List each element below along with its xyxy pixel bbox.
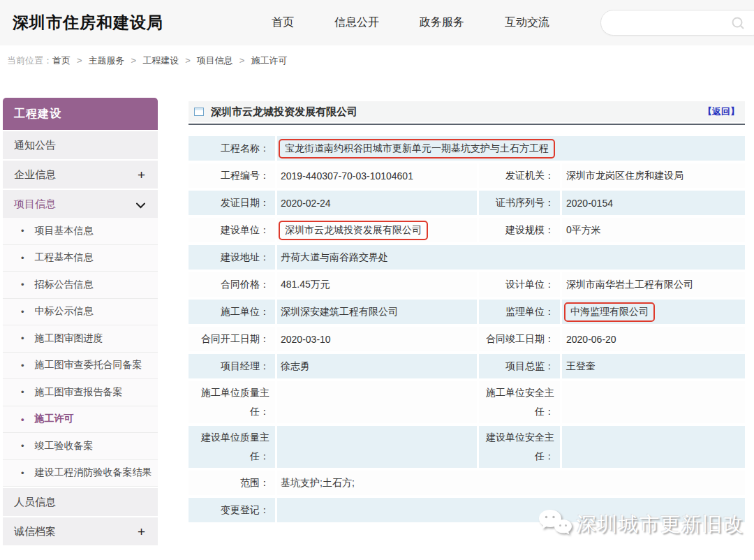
field-value: 2020-03-10: [277, 327, 477, 351]
sidebar-item-personnel-info[interactable]: 人员信息: [3, 488, 158, 516]
breadcrumb-home[interactable]: 首页: [52, 55, 71, 66]
field-label: 范围：: [188, 471, 275, 495]
field-value: 0平方米: [562, 218, 745, 242]
field-value: 481.45万元: [277, 272, 477, 297]
field-label: 施工单位安全主任：: [479, 381, 560, 423]
table-row-issue-date: 发证日期： 2020-02-24 证书序列号： 2020-0154: [188, 191, 745, 215]
highlight-box: 深圳市云龙城投资发展有限公司: [279, 221, 428, 240]
sidebar-subitem-review-contract-filing[interactable]: •施工图审查委托合同备案: [3, 353, 158, 380]
field-value: 2020-0154: [562, 191, 745, 215]
table-row-owner-quality-director: 建设单位质量主任： 建设单位安全主任：: [188, 426, 745, 468]
table-row-project-name: 工程名称： 宝龙街道南约积谷田城市更新单元一期基坑支护与土石方工程: [188, 136, 745, 161]
field-value: [277, 498, 745, 522]
breadcrumb-construction[interactable]: 工程建设: [142, 55, 179, 66]
breadcrumb-construction-permit[interactable]: 施工许可: [251, 55, 287, 66]
main-titlebar: 深圳市云龙城投资发展有限公司 【返回】: [188, 101, 745, 122]
table-row-address: 建设地址： 丹荷大道与南谷路交界处: [188, 245, 745, 270]
breadcrumb-prefix: 当前位置：: [7, 55, 52, 66]
field-label: 项目总监：: [479, 354, 560, 378]
back-button[interactable]: 【返回】: [703, 105, 739, 118]
field-value: 基坑支护;土石方;: [277, 471, 745, 495]
table-row-construction-unit: 建设单位： 深圳市云龙城投资发展有限公司 建设规模： 0平方米: [188, 218, 745, 242]
sidebar-item-integrity-archive[interactable]: 诚信档案 +: [3, 517, 158, 545]
field-value: 中海监理有限公司: [562, 300, 745, 324]
site-logo: 深圳市住房和建设局: [13, 12, 163, 34]
sidebar-subitem-completion-acceptance-filing[interactable]: •竣工验收备案: [3, 433, 158, 460]
table-row-contract-price: 合同价格： 481.45万元 设计单位： 深圳市南华岩土工程有限公司: [188, 272, 745, 297]
field-label: 建设单位：: [188, 218, 275, 242]
field-label: 发证机关：: [479, 163, 560, 188]
field-value: 丹荷大道与南谷路交界处: [277, 245, 745, 270]
sidebar-item-enterprise-info[interactable]: 企业信息 +: [3, 161, 158, 189]
table-row-construction-contractor: 施工单位： 深圳深安建筑工程有限公司 监理单位： 中海监理有限公司: [188, 300, 745, 324]
sidebar-subitem-project-basic-info[interactable]: •项目基本信息: [3, 218, 158, 245]
search-input[interactable]: [612, 10, 731, 34]
field-label: 合同价格：: [188, 272, 275, 297]
sidebar: 工程建设 通知公告 企业信息 + 项目信息 •项目基本信息 •工程基本信息 •招…: [3, 98, 158, 545]
breadcrumb-theme-services[interactable]: 主题服务: [89, 55, 125, 66]
field-label: 建设单位质量主任：: [188, 426, 275, 468]
field-value: 宝龙街道南约积谷田城市更新单元一期基坑支护与土石方工程: [277, 136, 745, 161]
title-divider: [188, 124, 745, 125]
field-value: 2020-02-24: [277, 191, 477, 215]
field-value: [562, 426, 745, 468]
field-label: 变更登记：: [188, 498, 275, 522]
field-label: 工程名称：: [188, 136, 275, 161]
field-value: 2019-440307-70-03-10104601: [277, 163, 477, 188]
site-header: 深圳市住房和建设局 首页 信息公开 政务服务 互动交流: [0, 0, 754, 45]
field-value: 王登奎: [562, 354, 745, 378]
document-icon: [194, 108, 204, 116]
field-label: 施工单位质量主任：: [188, 381, 275, 423]
field-label: 证书序列号：: [479, 191, 560, 215]
sidebar-subitem-tender-announcement[interactable]: •招标公告信息: [3, 272, 158, 299]
field-value: 徐志勇: [277, 354, 477, 378]
highlight-box: 中海监理有限公司: [564, 302, 655, 322]
field-value: 深圳深安建筑工程有限公司: [277, 300, 477, 324]
field-label: 设计单位：: [479, 272, 560, 297]
sidebar-subitem-construction-permit[interactable]: •施工许可: [3, 406, 158, 434]
field-value: 深圳市龙岗区住房和建设局: [562, 163, 745, 188]
table-row-contract-dates: 合同开工日期： 2020-03-10 合同竣工日期： 2020-06-20: [188, 327, 745, 351]
plus-icon[interactable]: +: [138, 168, 145, 182]
table-row-change-registration: 变更登记：: [188, 498, 745, 522]
sidebar-item-project-info[interactable]: 项目信息: [3, 190, 158, 218]
company-title: 深圳市云龙城投资发展有限公司: [211, 105, 357, 119]
field-label: 建设规模：: [479, 218, 560, 242]
nav-home[interactable]: 首页: [272, 15, 294, 30]
nav-interaction[interactable]: 互动交流: [505, 15, 549, 30]
highlight-box: 宝龙街道南约积谷田城市更新单元一期基坑支护与土石方工程: [279, 139, 555, 159]
top-nav: 首页 信息公开 政务服务 互动交流: [272, 15, 549, 30]
breadcrumb: 当前位置：首页>主题服务>工程建设>项目信息>施工许可: [7, 54, 287, 67]
field-label: 施工单位：: [188, 300, 275, 324]
field-label: 建设地址：: [188, 245, 275, 270]
chevron-down-icon[interactable]: [136, 198, 145, 211]
field-value: 深圳市云龙城投资发展有限公司: [277, 218, 477, 242]
nav-info-disclosure[interactable]: 信息公开: [334, 15, 379, 30]
sidebar-subitem-review-report-filing[interactable]: •施工图审查报告备案: [3, 379, 158, 406]
table-row-quality-director: 施工单位质量主任： 施工单位安全主任：: [188, 381, 745, 423]
field-value: [277, 381, 477, 423]
search-box[interactable]: [600, 10, 754, 36]
sidebar-subitem-fire-acceptance-result[interactable]: •建设工程消防验收备案结果: [3, 460, 158, 487]
sidebar-submenu-project-info: •项目基本信息 •工程基本信息 •招标公告信息 •中标公示信息 •施工图审图进度…: [3, 218, 158, 487]
field-label: 发证日期：: [188, 191, 275, 215]
field-value: [277, 426, 477, 468]
sidebar-item-notices[interactable]: 通知公告: [3, 131, 158, 159]
table-row-project-number: 工程编号： 2019-440307-70-03-10104601 发证机关： 深…: [188, 163, 745, 188]
field-label: 合同开工日期：: [188, 327, 275, 351]
breadcrumb-project-info[interactable]: 项目信息: [197, 55, 233, 66]
field-label: 项目经理：: [188, 354, 275, 378]
sidebar-header-construction: 工程建设: [3, 98, 158, 130]
field-value: 深圳市南华岩土工程有限公司: [562, 272, 745, 297]
sidebar-subitem-engineering-basic-info[interactable]: •工程基本信息: [3, 245, 158, 272]
search-icon[interactable]: [731, 16, 745, 33]
sidebar-subitem-bid-winning-publicity[interactable]: •中标公示信息: [3, 299, 158, 326]
plus-icon[interactable]: +: [138, 525, 145, 538]
field-label: 合同竣工日期：: [479, 327, 560, 351]
sidebar-subitem-drawing-review-progress[interactable]: •施工图审图进度: [3, 325, 158, 353]
field-value: [562, 381, 745, 423]
table-row-scope: 范围： 基坑支护;土石方;: [188, 471, 745, 495]
nav-gov-services[interactable]: 政务服务: [420, 15, 464, 30]
main-panel: 深圳市云龙城投资发展有限公司 【返回】 工程名称： 宝龙街道南约积谷田城市更新单…: [188, 101, 745, 525]
field-label: 建设单位安全主任：: [479, 426, 560, 468]
